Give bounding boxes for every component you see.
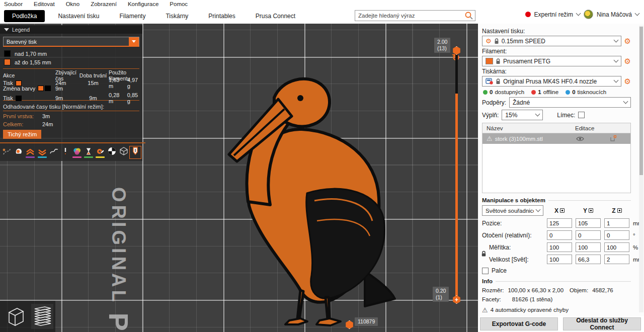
facets-value: 81626 (1 stěna): [512, 295, 553, 304]
brim-checkbox[interactable]: [578, 112, 585, 118]
rotation-x-input[interactable]: [547, 230, 572, 240]
stork-model[interactable]: [214, 70, 400, 331]
chevron-down-icon: [613, 58, 618, 63]
legend-panel: Legend Barevný tisk nad 1,70 mm až do 1,…: [0, 25, 142, 161]
axis-frame-icon: [589, 208, 593, 213]
inches-checkbox[interactable]: [482, 268, 489, 274]
lock-icon: [494, 38, 499, 44]
coordinate-space-select[interactable]: Světové souřadnice: [482, 205, 543, 216]
estimates-title: Odhadované časy tisku [Normální režim]:: [3, 104, 139, 111]
scale-z-input[interactable]: [604, 242, 629, 252]
size-x-input[interactable]: [547, 255, 572, 264]
3d-viewport[interactable]: ORIGINAL PRUSA: [0, 24, 478, 332]
tool-icon[interactable]: [60, 147, 70, 158]
printer-label: Tiskárna:: [482, 68, 631, 75]
user-menu[interactable]: Nina Máčová: [597, 11, 632, 18]
inches-label: Palce: [492, 267, 507, 274]
filament-color-swatch: [486, 58, 493, 64]
shells-icon[interactable]: [119, 147, 129, 158]
deretractions-icon[interactable]: [25, 149, 35, 158]
print-head-icon[interactable]: [130, 147, 140, 158]
send-to-connect-button[interactable]: Odeslat do služby Connect: [563, 317, 641, 330]
scribble-icon[interactable]: [49, 147, 59, 158]
travel-moves-icon[interactable]: [2, 147, 12, 158]
lock-icon: [496, 78, 501, 85]
uniform-scale-lock-icon[interactable]: [481, 251, 487, 257]
axis-y-header: Y: [576, 207, 601, 214]
color-changes-icon[interactable]: [72, 147, 82, 158]
filament-gear-button[interactable]: ⚙: [624, 57, 631, 65]
axis-x-header: X: [547, 207, 572, 214]
chevron-down-icon: [576, 11, 581, 16]
print-settings-gear-button[interactable]: ⚙: [624, 37, 631, 45]
total-time: Celkem:24m: [3, 121, 139, 127]
stealth-mode-button[interactable]: Tichý režim: [3, 130, 41, 139]
filament-select[interactable]: Prusament PETG: [482, 56, 621, 66]
axis-z-header: Z: [604, 207, 629, 214]
pause-icon[interactable]: [84, 147, 94, 158]
scrollbar-thumb[interactable]: [639, 27, 643, 175]
layer-slider-track[interactable]: [455, 94, 458, 300]
expert-mode-selector[interactable]: Expertní režim: [534, 11, 573, 18]
infill-select[interactable]: 15%: [502, 110, 543, 120]
legend-title: Legend: [12, 27, 30, 33]
avatar[interactable]: [584, 10, 593, 19]
editor-view-icon[interactable]: [4, 304, 26, 329]
center-of-mass-icon[interactable]: [107, 147, 117, 158]
menu-okno[interactable]: Okno: [66, 1, 80, 7]
view-type-dropdown-button[interactable]: [129, 37, 139, 46]
sidebar-scrollbar[interactable]: [639, 26, 643, 312]
scale-y-input[interactable]: [576, 242, 601, 252]
search-input[interactable]: [355, 13, 464, 19]
position-y-input[interactable]: [576, 218, 601, 228]
seams-icon[interactable]: [37, 149, 47, 158]
chevron-down-icon: [613, 78, 618, 83]
view-type-select[interactable]: Barevný tisk: [3, 37, 139, 47]
search-box[interactable]: [355, 10, 475, 21]
custom-gcode-icon[interactable]: [95, 147, 105, 158]
position-z-input[interactable]: [604, 218, 629, 228]
object-row[interactable]: ⚠ stork (3)100mm.stl: [482, 133, 630, 144]
menu-editovat[interactable]: Editovat: [34, 1, 55, 7]
supports-select[interactable]: Žádné: [509, 97, 631, 108]
green-dot-icon: [483, 90, 488, 95]
printer-select[interactable]: Original Prusa MK4S HF0.4 nozzle: [482, 76, 621, 87]
preview-view-icon[interactable]: [31, 304, 53, 329]
rotation-y-input[interactable]: [576, 230, 601, 240]
bed-logo-text: ORIGINAL PRUSA: [103, 187, 134, 332]
tab-filamenty[interactable]: Filamenty: [112, 10, 152, 22]
print-settings-select[interactable]: ⚙ 0.15mm SPEED: [482, 36, 621, 46]
blue-dot-icon: [566, 90, 570, 95]
chevron-down-icon: [536, 207, 541, 212]
menu-bar: Soubor Editovat Okno Zobrazení Konfigura…: [0, 0, 644, 8]
top-right-controls: Expertní režim Nina Máčová: [525, 10, 639, 19]
legend-header[interactable]: Legend: [0, 25, 142, 34]
tab-printables[interactable]: Printables: [201, 10, 242, 22]
eye-icon[interactable]: [576, 136, 584, 141]
rotation-z-input[interactable]: [604, 230, 629, 240]
retractions-icon[interactable]: [14, 147, 24, 158]
layer-slider-bottom-handle[interactable]: +: [452, 295, 461, 304]
repair-icon[interactable]: [610, 135, 616, 142]
status-printing: 0tisknoucích: [566, 89, 606, 95]
layer-slider-top-tooltip: 2.00(13): [434, 38, 450, 53]
tab-tiskarny[interactable]: Tiskárny: [158, 10, 195, 22]
tab-nastaveni-tisku[interactable]: Nastavení tisku: [51, 10, 106, 22]
scale-label: Měřítka:: [482, 244, 543, 251]
size-y-input[interactable]: [576, 255, 601, 264]
printer-gear-button[interactable]: ⚙: [624, 77, 631, 85]
layer-slider-track-upper[interactable]: [455, 54, 458, 94]
color-swatch: [16, 96, 22, 101]
tab-podlozka[interactable]: Podložka: [4, 10, 45, 22]
collapse-triangle-icon: [4, 28, 9, 31]
legend-item: nad 1,70 mm: [4, 50, 139, 57]
menu-konfigurace[interactable]: Konfigurace: [128, 1, 158, 7]
scale-x-input[interactable]: [547, 242, 572, 252]
menu-soubor[interactable]: Soubor: [4, 1, 23, 7]
menu-pomoc[interactable]: Pomoc: [170, 1, 188, 7]
size-z-input[interactable]: [604, 255, 629, 264]
tab-prusa-connect[interactable]: Prusa Connect: [249, 10, 302, 22]
export-gcode-button[interactable]: Exportovat G-code: [480, 317, 558, 330]
position-x-input[interactable]: [547, 218, 572, 228]
menu-zobrazeni[interactable]: Zobrazení: [91, 1, 117, 7]
